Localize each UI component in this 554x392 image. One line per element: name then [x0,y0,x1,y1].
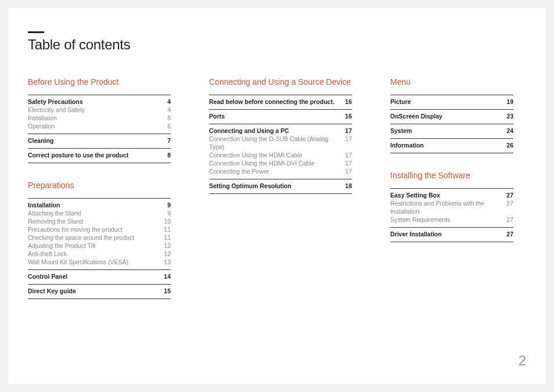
toc-entry-label: Checking the space around the product [28,233,160,242]
toc-entry-page: 4 [160,98,171,106]
toc-entry-page: 8 [160,151,171,159]
toc-entry[interactable]: Read below before connecting the product… [209,98,352,106]
toc-section-heading: Connecting and Using a Source Device [209,77,352,87]
page: Table of contents Before Using the Produ… [8,8,546,384]
toc-entry-page: 17 [341,151,352,159]
toc-entry[interactable]: Cleaning7 [28,136,171,145]
toc-entry-page: 17 [341,135,352,143]
page-number: 2 [519,353,526,369]
toc-entry-page: 12 [160,250,171,258]
toc-entry-page: 27 [503,215,513,224]
toc-group: OnScreen Display23 [390,109,513,124]
toc-group: Driver Installation27 [390,227,513,242]
toc-entry-label: Driver Installation [390,230,503,238]
toc-entry-label: Setting Optimum Resolution [209,182,341,190]
toc-entry-page: 24 [503,127,513,135]
toc-entry[interactable]: Anti-theft Lock12 [28,250,171,258]
toc-entry-label: Electricity and Safety [28,106,160,114]
toc-entry[interactable]: Direct Key guide15 [28,287,171,295]
toc-entry[interactable]: System Requirements27 [390,215,513,224]
toc-entry[interactable]: Electricity and Safety4 [28,106,171,114]
toc-entry-label: Direct Key guide [28,287,160,295]
toc-entry[interactable]: Picture19 [390,98,513,106]
toc-entry[interactable]: Checking the space around the product11 [28,233,171,242]
toc-entry-label: Ports [209,112,341,120]
toc-entry[interactable]: Ports16 [209,112,352,120]
toc-column: Before Using the ProductSafety Precautio… [28,77,171,317]
toc-entry[interactable]: OnScreen Display23 [390,112,513,120]
toc-entry[interactable]: Connecting and Using a PC17 [209,127,352,135]
toc-group: Ports16 [209,109,352,124]
toc-group: Connecting and Using a PC17Connection Us… [209,124,352,179]
toc-section: Connecting and Using a Source DeviceRead… [209,77,352,194]
toc-entry-label: Control Panel [28,272,160,280]
toc-section-heading: Installing the Software [390,171,513,180]
toc-entry-page: 12 [160,242,171,250]
toc-entry-label: Connecting and Using a PC [209,127,341,135]
toc-section: MenuPicture19OnScreen Display23System24I… [390,77,513,153]
toc-section: PreparationsInstallation9Attaching the S… [28,181,171,299]
toc-entry-label: Installation [28,114,160,122]
toc-entry-label: Connection Using the HDMI-DVI Cable [209,159,341,167]
toc-entry-page: 15 [160,287,171,295]
toc-entry-label: Safety Precautions [28,98,160,106]
toc-entry[interactable]: Safety Precautions4 [28,98,171,106]
toc-entry[interactable]: Connection Using the HDMI-DVI Cable17 [209,159,352,167]
toc-column: Connecting and Using a Source DeviceRead… [209,77,352,317]
toc-entry-label: Connection Using the HDMI Cable [209,151,341,159]
toc-entry-page: 13 [160,258,171,266]
toc-entry[interactable]: Wall Mount Kit Specifications (VESA)13 [28,258,171,266]
toc-entry[interactable]: Connecting the Power17 [209,167,352,175]
toc-entry[interactable]: Restrictions and Problems with the Insta… [390,199,513,215]
toc-entry-page: 9 [160,209,171,217]
toc-group: Read below before connecting the product… [209,95,352,109]
toc-group: Direct Key guide15 [28,284,171,299]
toc-group: Cleaning7 [28,134,171,148]
toc-entry-label: Information [390,141,503,149]
toc-entry-page: 17 [341,159,352,167]
toc-entry[interactable]: System24 [390,127,513,135]
toc-entry[interactable]: Installation9 [28,201,171,209]
toc-entry-page: 19 [503,98,513,106]
toc-entry-page: 18 [341,182,352,190]
toc-section: Installing the SoftwareEasy Setting Box2… [390,171,513,242]
toc-entry[interactable]: Attaching the Stand9 [28,209,171,217]
toc-columns: Before Using the ProductSafety Precautio… [28,77,526,317]
toc-entry-label: Cleaning [28,136,160,145]
toc-entry-page: 7 [160,136,171,145]
toc-entry[interactable]: Adjusting the Product Tilt12 [28,242,171,250]
toc-entry-page: 17 [341,167,352,175]
toc-entry-page: 27 [503,199,513,207]
toc-entry-label: Removing the Stand [28,217,160,225]
toc-entry-page: 4 [160,106,171,114]
toc-entry-page: 5 [160,114,171,122]
toc-group: Safety Precautions4Electricity and Safet… [28,95,171,134]
title-rule [28,31,44,33]
toc-entry[interactable]: Driver Installation27 [390,230,513,238]
toc-entry-label: Adjusting the Product Tilt [28,242,160,250]
toc-section: Before Using the ProductSafety Precautio… [28,77,171,163]
toc-entry[interactable]: Connection Using the HDMI Cable17 [209,151,352,159]
toc-entry-label: Correct posture to use the product [28,151,160,159]
toc-entry[interactable]: Operation6 [28,122,171,130]
toc-entry-page: 16 [341,98,352,106]
toc-entry[interactable]: Correct posture to use the product8 [28,151,171,159]
toc-section-heading: Before Using the Product [28,77,171,87]
toc-entry-label: Operation [28,122,160,130]
toc-entry-label: Attaching the Stand [28,209,160,217]
toc-entry-page: 11 [160,225,171,233]
page-title: Table of contents [28,37,526,53]
toc-entry[interactable]: Precautions for moving the product11 [28,225,171,233]
toc-entry-page: 11 [160,233,171,242]
toc-entry[interactable]: Easy Setting Box27 [390,191,513,199]
toc-entry[interactable]: Connection Using the D-SUB Cable (Analog… [209,135,352,151]
toc-entry[interactable]: Setting Optimum Resolution18 [209,182,352,190]
toc-entry[interactable]: Information26 [390,141,513,149]
toc-entry-page: 27 [503,191,513,199]
toc-entry[interactable]: Control Panel14 [28,272,171,280]
toc-entry-page: 26 [503,141,513,149]
toc-entry[interactable]: Removing the Stand10 [28,217,171,225]
toc-entry[interactable]: Installation5 [28,114,171,122]
toc-section-heading: Menu [390,77,513,87]
toc-entry-page: 6 [160,122,171,130]
